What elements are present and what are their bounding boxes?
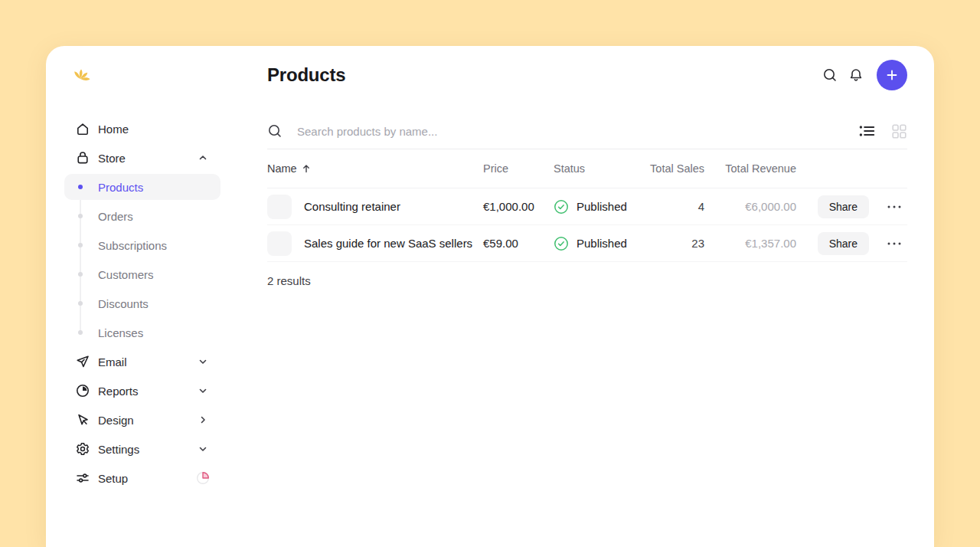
setup-progress-pie-icon [196, 471, 210, 485]
bell-icon [848, 67, 864, 83]
list-view-icon [859, 124, 875, 138]
grid-view-icon [892, 124, 906, 139]
sidebar-item-licenses[interactable]: Licenses [46, 318, 220, 347]
ellipsis-icon [887, 205, 901, 208]
status-badge: Published [577, 237, 627, 250]
lemon-logo-icon [74, 63, 96, 86]
product-price: €1,000.00 [483, 200, 554, 213]
sidebar-item-label: Subscriptions [98, 239, 167, 252]
check-circle-icon [554, 236, 569, 251]
sidebar-item-email[interactable]: Email [46, 347, 220, 376]
column-label: Name [267, 162, 297, 175]
list-view-button[interactable] [858, 123, 875, 139]
sidebar-item-design[interactable]: Design [46, 405, 220, 434]
table-row[interactable]: Sales guide for new SaaS sellers €59.00 … [267, 225, 907, 262]
search-icon [822, 67, 838, 83]
bullet [78, 330, 83, 335]
chevron-down-icon [198, 386, 207, 395]
sidebar-item-label: Customers [98, 268, 154, 281]
product-name: Sales guide for new SaaS sellers [304, 237, 472, 250]
total-revenue-value: €1,357.00 [704, 237, 796, 250]
total-sales-value: 23 [643, 237, 704, 250]
search-icon [267, 123, 283, 139]
results-count: 2 results [267, 274, 907, 287]
sidebar-item-label: Setup [98, 472, 128, 485]
sidebar-item-store[interactable]: Store [46, 143, 220, 172]
chevron-down-icon [198, 444, 207, 454]
sidebar-item-label: Products [98, 181, 143, 194]
page-title: Products [267, 64, 345, 86]
products-toolbar [267, 113, 907, 149]
column-header-status[interactable]: Status [554, 162, 643, 175]
plus-icon [886, 69, 898, 81]
bullet [78, 272, 83, 277]
sidebar-item-discounts[interactable]: Discounts [46, 289, 220, 318]
status-badge: Published [577, 200, 627, 213]
check-circle-icon [554, 199, 569, 215]
main-content: Products [220, 46, 934, 547]
bullet [78, 301, 83, 306]
sidebar: Home Store Products Orders [46, 46, 220, 547]
total-sales-value: 4 [643, 200, 704, 213]
sidebar-item-reports[interactable]: Reports [46, 376, 220, 405]
header-actions [817, 60, 907, 90]
total-revenue-value: €6,000.00 [704, 200, 796, 213]
sidebar-item-label: Orders [98, 210, 133, 223]
sidebar-item-label: Licenses [98, 326, 143, 339]
sidebar-item-label: Home [98, 123, 129, 136]
sidebar-item-subscriptions[interactable]: Subscriptions [46, 231, 220, 260]
view-toggles [858, 123, 907, 139]
product-thumbnail [267, 195, 292, 219]
search-input[interactable] [297, 125, 858, 138]
product-name: Consulting retainer [304, 200, 400, 213]
grid-view-button[interactable] [890, 123, 907, 139]
table-row[interactable]: Consulting retainer €1,000.00 Published … [267, 188, 907, 225]
column-header-price[interactable]: Price [483, 162, 554, 175]
search-button[interactable] [817, 62, 843, 88]
reports-pie-icon [75, 383, 90, 398]
sidebar-item-products[interactable]: Products [46, 172, 220, 201]
sidebar-item-label: Store [98, 152, 126, 165]
bullet [78, 243, 83, 247]
row-menu-button[interactable] [887, 236, 901, 251]
column-header-total-sales[interactable]: Total Sales [643, 162, 704, 175]
table-header-row: Name Price Status Total Sales Total Reve… [267, 149, 907, 188]
chevron-down-icon [198, 357, 207, 366]
bullet [78, 214, 83, 218]
sidebar-item-setup[interactable]: Setup [46, 463, 220, 493]
sidebar-nav: Home Store Products Orders [46, 114, 220, 493]
sidebar-item-home[interactable]: Home [46, 114, 220, 143]
sort-asc-icon [302, 164, 310, 173]
home-icon [75, 121, 90, 136]
product-price: €59.00 [483, 237, 554, 250]
chevron-up-icon [198, 153, 207, 162]
app-window: Home Store Products Orders [46, 46, 934, 547]
sidebar-item-orders[interactable]: Orders [46, 201, 220, 231]
chevron-right-icon [198, 415, 207, 424]
share-button[interactable]: Share [818, 232, 869, 255]
column-header-total-revenue[interactable]: Total Revenue [704, 162, 796, 175]
create-new-button[interactable] [877, 60, 907, 90]
share-button[interactable]: Share [818, 195, 869, 218]
send-icon [75, 354, 90, 369]
active-bullet [78, 185, 83, 189]
column-header-name[interactable]: Name [267, 162, 483, 175]
cursor-icon [75, 412, 90, 427]
sidebar-item-customers[interactable]: Customers [46, 260, 220, 289]
sidebar-item-label: Settings [98, 443, 139, 456]
sidebar-item-label: Design [98, 414, 134, 427]
store-bag-icon [75, 150, 90, 165]
product-thumbnail [267, 231, 292, 256]
sliders-icon [75, 470, 90, 486]
notifications-button[interactable] [843, 62, 869, 88]
sidebar-item-label: Reports [98, 385, 139, 398]
sidebar-item-label: Discounts [98, 297, 149, 310]
sidebar-item-label: Email [98, 355, 127, 368]
sidebar-item-settings[interactable]: Settings [46, 434, 220, 463]
ellipsis-icon [887, 242, 901, 245]
row-menu-button[interactable] [887, 199, 901, 215]
page-header: Products [267, 60, 907, 90]
gear-icon [75, 441, 90, 457]
